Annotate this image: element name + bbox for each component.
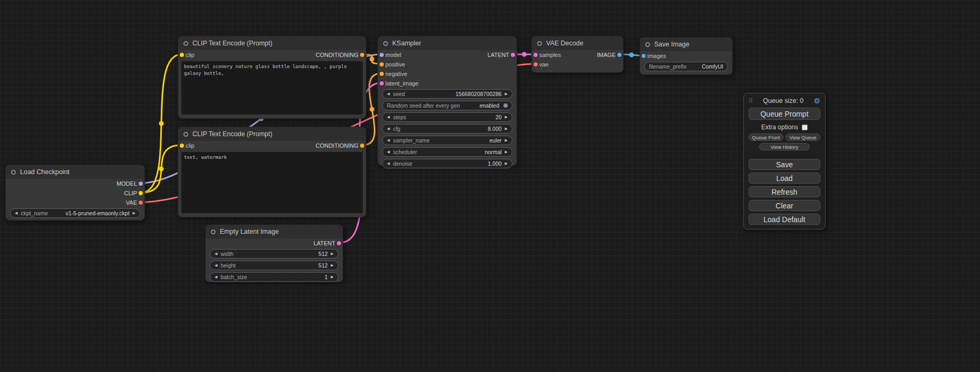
- batch-size-widget[interactable]: ◀ batch_size 1 ▶: [210, 272, 338, 282]
- node-clip-text-encode-positive[interactable]: CLIP Text Encode (Prompt) clip CONDITION…: [178, 36, 366, 119]
- node-collapse-icon[interactable]: [183, 41, 188, 46]
- vae-input-port[interactable]: [533, 62, 538, 66]
- clip-output-port[interactable]: [139, 191, 143, 195]
- slot-row: LATENT: [206, 239, 343, 248]
- widget-value: v1-5-pruned-emaonly.ckpt: [65, 210, 129, 216]
- increment-arrow-icon[interactable]: ▶: [505, 127, 508, 131]
- positive-input-port[interactable]: [380, 62, 384, 66]
- ckpt-name-widget[interactable]: ◀ ckpt_name v1-5-pruned-emaonly.ckpt ▶: [10, 208, 140, 218]
- queue-panel: ⠿ Queue size: 0 ⚙ Queue Prompt Extra opt…: [743, 93, 826, 230]
- random-seed-toggle-icon[interactable]: [503, 103, 508, 108]
- cfg-widget[interactable]: ◀ cfg 8.000 ▶: [382, 124, 512, 133]
- denoise-widget[interactable]: ◀ denoise 1.000 ▶: [382, 159, 512, 168]
- drag-handle-icon[interactable]: ⠿: [749, 98, 753, 104]
- node-title: Load Checkpoint: [20, 168, 70, 176]
- random-seed-widget[interactable]: Random seed after every gen enabled: [382, 101, 512, 110]
- node-title-bar[interactable]: CLIP Text Encode (Prompt): [178, 127, 366, 141]
- decrement-arrow-icon[interactable]: ◀: [387, 150, 390, 154]
- decrement-arrow-icon[interactable]: ◀: [215, 275, 217, 279]
- node-title-bar[interactable]: CLIP Text Encode (Prompt): [178, 36, 366, 50]
- node-title-bar[interactable]: VAE Decode: [532, 36, 623, 50]
- settings-gear-icon[interactable]: ⚙: [813, 97, 820, 104]
- steps-widget[interactable]: ◀ steps 20 ▶: [382, 112, 512, 122]
- decrement-arrow-icon[interactable]: ◀: [387, 162, 390, 166]
- slot-row: images: [640, 51, 732, 61]
- conditioning-output-port[interactable]: [360, 53, 364, 57]
- scheduler-widget[interactable]: ◀ scheduler normal ▶: [382, 147, 512, 157]
- refresh-button[interactable]: Refresh: [749, 186, 820, 197]
- height-widget[interactable]: ◀ height 512 ▶: [210, 261, 338, 270]
- node-title-bar[interactable]: Load Checkpoint: [6, 165, 144, 179]
- node-collapse-icon[interactable]: [645, 42, 650, 47]
- positive-prompt-textarea[interactable]: beautiful scenery nature glass bottle la…: [181, 61, 363, 115]
- node-collapse-icon[interactable]: [537, 41, 542, 46]
- queue-front-button[interactable]: Queue Front: [749, 133, 783, 141]
- widget-value: ComfyUI: [702, 63, 723, 70]
- node-title-bar[interactable]: Save Image: [640, 37, 732, 51]
- negative-input-port[interactable]: [380, 72, 384, 76]
- width-widget[interactable]: ◀ width 512 ▶: [210, 249, 338, 259]
- clip-input-port[interactable]: [180, 144, 184, 148]
- increment-arrow-icon[interactable]: ▶: [505, 92, 508, 96]
- node-collapse-icon[interactable]: [11, 170, 16, 175]
- node-collapse-icon[interactable]: [183, 132, 188, 137]
- decrement-arrow-icon[interactable]: ◀: [387, 116, 390, 119]
- decrement-arrow-icon[interactable]: ◀: [387, 139, 390, 142]
- link-midpoint-dot-cond-positive: [370, 57, 374, 62]
- node-collapse-icon[interactable]: [211, 230, 216, 234]
- decrement-arrow-icon[interactable]: ◀: [215, 264, 217, 268]
- node-collapse-icon[interactable]: [383, 41, 388, 46]
- increment-arrow-icon[interactable]: ▶: [505, 162, 508, 166]
- queue-prompt-button[interactable]: Queue Prompt: [749, 108, 820, 120]
- node-save-image[interactable]: Save Image images filename_prefix ComfyU…: [639, 37, 733, 75]
- input-label-negative: negative: [385, 71, 407, 77]
- node-title-bar[interactable]: KSampler: [378, 36, 517, 50]
- widget-value: normal: [485, 149, 502, 155]
- widget-value: 1: [325, 274, 328, 280]
- load-default-button[interactable]: Load Default: [749, 214, 820, 225]
- conditioning-output-port[interactable]: [360, 144, 364, 148]
- filename-prefix-widget[interactable]: filename_prefix ComfyUI: [644, 62, 728, 71]
- node-empty-latent-image[interactable]: Empty Latent Image LATENT ◀ width 512 ▶ …: [205, 224, 343, 282]
- node-graph-canvas[interactable]: Load Checkpoint MODEL CLIP VAE ◀ ckpt_na…: [0, 0, 980, 372]
- load-button[interactable]: Load: [749, 173, 820, 184]
- decrement-arrow-icon[interactable]: ◀: [387, 127, 390, 131]
- negative-prompt-textarea[interactable]: text, watermark: [181, 152, 363, 213]
- model-input-port[interactable]: [380, 53, 384, 57]
- extra-options-checkbox[interactable]: [802, 125, 808, 130]
- decrement-arrow-icon[interactable]: ◀: [215, 252, 217, 256]
- increment-arrow-icon[interactable]: ▶: [505, 116, 508, 119]
- input-label-model: model: [385, 52, 401, 58]
- node-title-bar[interactable]: Empty Latent Image: [206, 225, 343, 239]
- clear-button[interactable]: Clear: [749, 200, 820, 211]
- increment-arrow-icon[interactable]: ▶: [331, 264, 334, 268]
- sampler-name-widget[interactable]: ◀ sampler_name euler ▶: [382, 136, 512, 145]
- latent-output-port[interactable]: [337, 241, 341, 245]
- increment-arrow-icon[interactable]: ▶: [331, 275, 334, 279]
- vae-output-port[interactable]: [139, 201, 143, 205]
- increment-arrow-icon[interactable]: ▶: [505, 139, 508, 142]
- node-clip-text-encode-negative[interactable]: CLIP Text Encode (Prompt) clip CONDITION…: [178, 127, 366, 217]
- save-button[interactable]: Save: [749, 159, 820, 170]
- seed-widget[interactable]: ◀ seed 156680208700286 ▶: [382, 89, 512, 99]
- decrement-arrow-icon[interactable]: ◀: [15, 212, 17, 215]
- queue-actions-row: Queue Front View Queue: [749, 133, 820, 141]
- model-output-port[interactable]: [139, 182, 143, 186]
- view-history-button[interactable]: View History: [759, 143, 810, 150]
- node-title: CLIP Text Encode (Prompt): [192, 40, 273, 47]
- images-input-port[interactable]: [642, 54, 646, 58]
- decrement-arrow-icon[interactable]: ◀: [387, 92, 390, 96]
- samples-input-port[interactable]: [533, 53, 538, 57]
- clip-input-port[interactable]: [180, 53, 184, 57]
- node-load-checkpoint[interactable]: Load Checkpoint MODEL CLIP VAE ◀ ckpt_na…: [5, 165, 145, 221]
- node-vae-decode[interactable]: VAE Decode samples IMAGE vae: [531, 36, 624, 73]
- latent-image-input-port[interactable]: [380, 81, 384, 85]
- increment-arrow-icon[interactable]: ▶: [505, 150, 508, 154]
- latent-output-port[interactable]: [511, 53, 515, 57]
- increment-arrow-icon[interactable]: ▶: [331, 252, 334, 256]
- view-queue-button[interactable]: View Queue: [785, 133, 820, 141]
- input-label-positive: positive: [385, 61, 405, 68]
- increment-arrow-icon[interactable]: ▶: [133, 212, 135, 215]
- node-ksampler[interactable]: KSampler model LATENT positive negative …: [377, 36, 517, 166]
- image-output-port[interactable]: [617, 53, 622, 57]
